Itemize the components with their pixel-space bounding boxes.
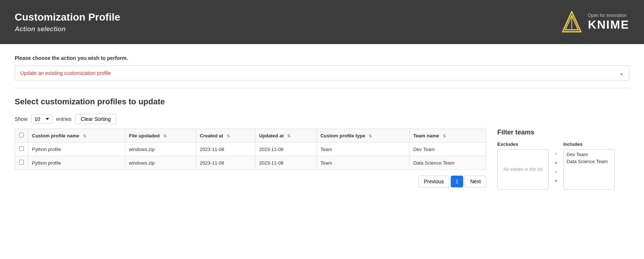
filter-arrows: › » ‹ « — [552, 141, 560, 184]
filter-panels: Excludes No entries in this list › » ‹ «… — [497, 141, 629, 190]
includes-item-1[interactable]: Data Science Team — [565, 158, 613, 165]
excludes-label: Excludes — [497, 141, 549, 147]
col-header-updated: Updated at ⇅ — [255, 129, 316, 143]
section-title: Select customization profiles to update — [15, 97, 629, 107]
row-created-1: 2023-11-08 — [196, 156, 255, 170]
pagination: Previous 1 Next — [15, 176, 486, 187]
content-row: Custom profile name ⇅ File upoladed ⇅ Cr… — [15, 129, 629, 190]
sort-icon-updated[interactable]: ⇅ — [287, 134, 290, 139]
main-content: Please choose the action you wish to per… — [0, 44, 644, 201]
row-updated-0: 2023-11-08 — [255, 143, 316, 156]
includes-panel: Includes Dev TeamData Science Team — [563, 141, 615, 190]
sort-icon-file[interactable]: ⇅ — [163, 134, 167, 139]
row-checkbox-cell — [15, 156, 28, 170]
filter-section: Filter teams Excludes No entries in this… — [497, 129, 629, 190]
includes-listbox[interactable]: Dev TeamData Science Team — [563, 149, 615, 190]
filter-title: Filter teams — [497, 129, 629, 136]
table-body: Python profile windows.zip 2023-11-08 20… — [15, 143, 486, 170]
row-created-0: 2023-11-08 — [196, 143, 255, 156]
excludes-empty-text: No entries in this list — [503, 167, 542, 172]
col-header-file: File upoladed ⇅ — [125, 129, 196, 143]
row-checkbox-cell — [15, 143, 28, 156]
col-header-name: Custom profile name ⇅ — [28, 129, 125, 143]
move-all-right-button[interactable]: » — [552, 159, 560, 166]
move-all-left-button[interactable]: « — [552, 177, 560, 184]
previous-button[interactable]: Previous — [418, 176, 449, 187]
row-team-0: Dev Team — [409, 143, 486, 156]
col-header-created: Created at ⇅ — [196, 129, 255, 143]
knime-brand: KNIME — [588, 18, 629, 32]
col-header-checkbox — [15, 129, 28, 143]
next-button[interactable]: Next — [465, 176, 486, 187]
table-controls: Show 10 25 50 100 entries Clear Sorting — [15, 114, 629, 124]
row-file-0: windows.zip — [125, 143, 196, 156]
row-updated-1: 2023-11-08 — [255, 156, 316, 170]
action-dropdown-value: Update an existing customization profile — [20, 70, 111, 76]
move-right-button[interactable]: › — [553, 150, 559, 157]
knime-tagline: Open for Innovation — [588, 13, 626, 18]
page-number-1[interactable]: 1 — [451, 176, 463, 187]
includes-label: Includes — [563, 141, 615, 147]
includes-item-0[interactable]: Dev Team — [565, 151, 613, 158]
section-divider — [15, 88, 629, 88]
row-type-0: Team — [316, 143, 409, 156]
entries-label: entries — [56, 116, 72, 122]
page-header: Customization Profile Action selection O… — [0, 0, 644, 44]
row-file-1: windows.zip — [125, 156, 196, 170]
sort-icon-name[interactable]: ⇅ — [83, 134, 86, 139]
page-title: Customization Profile — [15, 11, 120, 23]
row-team-1: Data Science Team — [409, 156, 486, 170]
knime-logo-icon — [561, 11, 583, 33]
table-section: Custom profile name ⇅ File upoladed ⇅ Cr… — [15, 129, 486, 187]
move-left-button[interactable]: ‹ — [553, 168, 559, 176]
col-header-team: Team name ⇅ — [409, 129, 486, 143]
row-checkbox-0[interactable] — [19, 146, 24, 151]
table-header-row: Custom profile name ⇅ File upoladed ⇅ Cr… — [15, 129, 486, 143]
show-label: Show — [15, 116, 28, 122]
clear-sorting-button[interactable]: Clear Sorting — [75, 114, 116, 124]
select-all-checkbox[interactable] — [19, 133, 24, 137]
table-row: Python profile windows.zip 2023-11-08 20… — [15, 143, 486, 156]
sort-icon-created[interactable]: ⇅ — [227, 134, 230, 139]
excludes-listbox[interactable]: No entries in this list — [497, 149, 549, 190]
header-title-block: Customization Profile Action selection — [15, 11, 120, 33]
sort-icon-team[interactable]: ⇅ — [443, 134, 446, 139]
sort-icon-type[interactable]: ⇅ — [369, 134, 372, 139]
profiles-table: Custom profile name ⇅ File upoladed ⇅ Cr… — [15, 129, 486, 170]
col-header-type: Custom profile type ⇅ — [316, 129, 409, 143]
knime-text-block: Open for Innovation KNIME — [588, 13, 629, 32]
page-subtitle: Action selection — [15, 25, 120, 33]
knime-logo: Open for Innovation KNIME — [561, 11, 629, 33]
action-dropdown[interactable]: Update an existing customization profile… — [15, 65, 629, 80]
excludes-panel: Excludes No entries in this list — [497, 141, 549, 190]
entries-per-page-select[interactable]: 10 25 50 100 — [31, 114, 52, 124]
row-checkbox-1[interactable] — [19, 160, 24, 165]
row-name-1: Python profile — [28, 156, 125, 170]
table-row: Python profile windows.zip 2023-11-08 20… — [15, 156, 486, 170]
instruction-text: Please choose the action you wish to per… — [15, 55, 629, 61]
row-type-1: Team — [316, 156, 409, 170]
row-name-0: Python profile — [28, 143, 125, 156]
chevron-down-icon: ⌄ — [619, 69, 624, 76]
